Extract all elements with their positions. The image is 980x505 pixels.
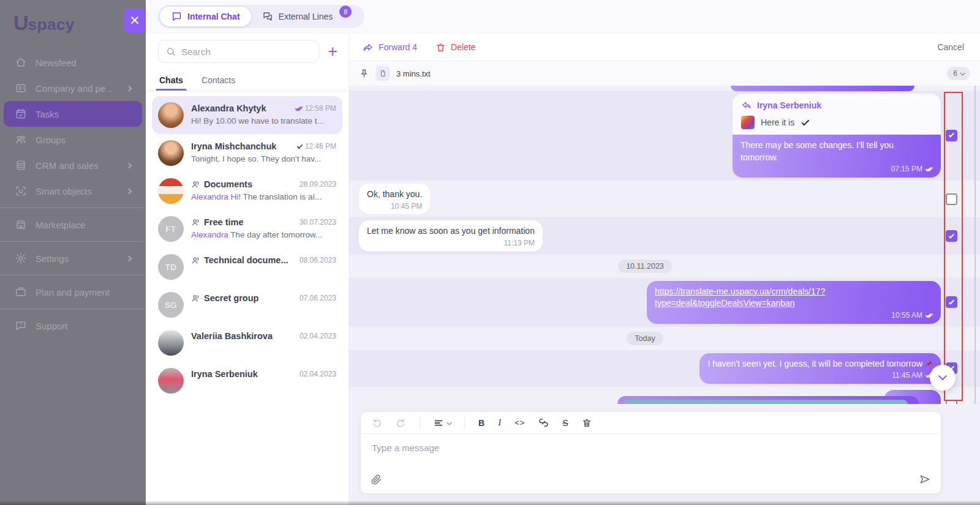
chat-item-secret-group[interactable]: SG Secret group 07.06.2023 — [152, 286, 342, 324]
pinned-count-pill[interactable]: 6 — [947, 67, 970, 80]
avatar: SG — [158, 292, 184, 318]
chat-item-valeriia-bashkirova[interactable]: Valeriia Bashkirova 02.04.2023 — [152, 324, 342, 362]
tab-contacts[interactable]: Contacts — [200, 73, 236, 91]
sidebar-close-button[interactable] — [124, 8, 146, 32]
partial-message-bubble — [731, 86, 914, 91]
chat-item-iryna-mishchanchuk[interactable]: Iryna Mishchanchuk 12:46 PM Tonight, I h… — [152, 134, 342, 172]
message-bubble[interactable]: I haven't seen yet. I guess, it will be … — [699, 353, 941, 384]
tab-internal-chat[interactable]: Internal Chat — [160, 7, 251, 26]
scroll-to-bottom-button[interactable] — [930, 365, 956, 391]
date-separator: Today — [349, 327, 980, 350]
toolbar-divider — [420, 417, 420, 429]
sidebar-item-settings[interactable]: Settings — [4, 245, 142, 271]
home-icon — [15, 56, 27, 69]
preview-sender: Alexandra — [191, 230, 228, 239]
chat-mode-switcher: Internal Chat External Lines 8 — [158, 5, 364, 28]
chat-list-tabs: Chats Contacts — [146, 67, 349, 91]
attach-file-button[interactable] — [371, 474, 382, 485]
chat-item-technical-documentation[interactable]: TD Technical docume... 08.06.2023 — [152, 248, 342, 286]
tab-external-lines[interactable]: External Lines 8 — [251, 7, 363, 26]
align-left-icon — [434, 418, 443, 428]
message-bubble[interactable]: Ok, thank you. 10:45 PM — [359, 184, 430, 214]
paperclip-icon — [371, 474, 382, 485]
message-checkbox[interactable] — [946, 400, 957, 404]
reply-icon — [741, 100, 752, 110]
message-checkbox[interactable] — [946, 230, 957, 242]
sidebar-item-plan-payment[interactable]: Plan and payment — [4, 279, 142, 305]
message-checkbox[interactable] — [946, 193, 957, 205]
sidebar-item-newsfeed[interactable]: Newsfeed — [4, 50, 142, 75]
undo-button[interactable] — [372, 417, 382, 428]
uspacy-app: Uspacy Newsfeed Company and pe... Tasks … — [0, 0, 980, 505]
undo-icon — [372, 417, 382, 428]
marketplace-icon — [15, 219, 27, 231]
check-emoji — [802, 118, 810, 125]
pushpin-emoji — [923, 358, 933, 368]
search-icon — [166, 47, 176, 57]
search-box[interactable] — [158, 40, 319, 63]
close-icon — [130, 16, 139, 24]
chat-item-alexandra-khytyk[interactable]: Alexandra Khytyk 12:58 PM Hi! By 10.00 w… — [152, 96, 342, 134]
support-icon: ? — [15, 320, 27, 332]
send-button[interactable] — [919, 473, 931, 485]
crm-icon — [15, 159, 27, 171]
message-checkbox[interactable] — [946, 296, 957, 308]
smart-objects-icon — [15, 185, 27, 197]
message-bubble-reply[interactable]: Iryna Serbeniuk Here it is Th — [733, 94, 941, 178]
sidebar-item-groups[interactable]: Groups — [4, 127, 142, 152]
message-input[interactable] — [372, 443, 930, 453]
message-row: https://translate-me.uspacy.ua/crm/deals… — [349, 278, 980, 327]
sidebar-item-smart-objects[interactable]: Smart objects — [4, 178, 142, 204]
message-bubble[interactable]: Let me know as soon as you get informati… — [359, 220, 543, 251]
topbar: Internal Chat External Lines 8 — [146, 0, 980, 34]
add-chat-button[interactable]: + — [328, 43, 337, 60]
scrollbar[interactable] — [974, 86, 976, 404]
sidebar-item-company[interactable]: Company and pe... — [4, 75, 142, 101]
chat-item-free-time[interactable]: FT Free time 30.07.2023 Alexandra The da… — [152, 210, 342, 248]
sidebar-item-tasks[interactable]: Tasks — [4, 101, 142, 127]
link-button[interactable] — [538, 417, 549, 428]
svg-text:?: ? — [20, 322, 22, 327]
cancel-button[interactable]: Cancel — [937, 42, 964, 52]
chevron-down-icon[interactable] — [447, 420, 451, 425]
message-checkbox[interactable] — [946, 130, 957, 141]
chat-item-iryna-serbeniuk[interactable]: Iryna Serbeniuk 02.04.2023 — [152, 362, 342, 400]
quoted-message[interactable]: Iryna Serbeniuk Here it is — [733, 94, 941, 135]
code-button[interactable]: <> — [514, 418, 525, 427]
sidebar-divider — [0, 275, 146, 275]
search-input[interactable] — [181, 47, 311, 57]
sidebar-item-marketplace[interactable]: Marketplace — [4, 212, 142, 238]
chat-item-documents[interactable]: Documents 28.09.2023 Alexandra Hi! The t… — [152, 172, 342, 210]
pinned-message-bar[interactable]: 3 mins.txt 6 — [349, 61, 980, 86]
groups-icon — [15, 133, 27, 146]
date-separator: 10.11.2023 — [349, 255, 980, 278]
chevron-down-icon — [960, 70, 965, 75]
tasks-icon — [15, 108, 27, 120]
chat-list-panel: + Chats Contacts Alexandra Khytyk 12:58 … — [146, 34, 349, 505]
selection-toolbar: Forward 4 Delete Cancel — [349, 34, 980, 61]
delete-button[interactable]: Delete — [435, 42, 475, 53]
tab-chats[interactable]: Chats — [158, 73, 184, 91]
message-link[interactable]: https://translate-me.uspacy.ua/crm/deals… — [655, 286, 846, 310]
clear-formatting-button[interactable] — [582, 418, 592, 428]
check-icon — [296, 143, 303, 149]
chat-bubble-icon — [171, 11, 182, 22]
italic-button[interactable]: I — [498, 417, 501, 428]
link-icon — [538, 417, 549, 428]
chevron-right-icon — [126, 162, 132, 168]
strikethrough-button[interactable]: S — [562, 418, 568, 428]
forward-button[interactable]: Forward 4 — [363, 42, 417, 53]
redo-button[interactable] — [396, 417, 406, 428]
message-bubble[interactable]: https://translate-me.uspacy.ua/crm/deals… — [647, 281, 941, 324]
chevron-right-icon — [126, 85, 132, 91]
message-list: Iryna Serbeniuk Here it is Th — [349, 86, 980, 404]
sidebar-divider — [0, 309, 146, 309]
sidebar-item-crm[interactable]: CRM and sales — [4, 152, 142, 178]
redo-icon — [396, 417, 406, 428]
align-button[interactable] — [434, 418, 443, 428]
sidebar-item-support[interactable]: ? Support — [4, 313, 142, 339]
bold-button[interactable]: B — [478, 418, 484, 428]
chat-main: Forward 4 Delete Cancel 3 mins.tx — [349, 34, 980, 505]
group-icon — [191, 180, 200, 189]
send-icon — [919, 473, 931, 485]
